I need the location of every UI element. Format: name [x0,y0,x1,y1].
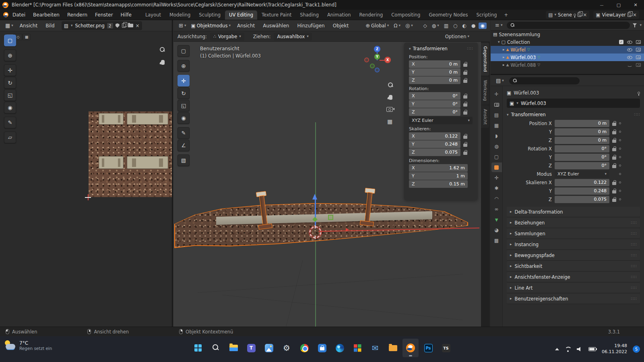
workspace-tab-animation[interactable]: Animation [323,10,355,20]
animate-dot[interactable] [619,165,621,167]
dimension-z-field[interactable]: Z0.15 m [409,180,468,188]
uv-2d-cursor[interactable] [85,194,91,200]
pan-hand-icon[interactable] [160,60,165,66]
lock-icon[interactable] [612,165,616,168]
axis-x-ball[interactable]: X [384,57,391,63]
scale-tool[interactable] [4,89,16,101]
cursor-tool[interactable] [4,49,16,61]
tab-render[interactable] [491,100,502,109]
tab-scene[interactable]: ◗ [491,131,502,141]
animate-dot[interactable] [619,122,621,124]
camera-view-icon[interactable] [386,107,393,112]
gizmo-z-arrowhead[interactable] [312,194,317,200]
image-users-badge[interactable]: 2 [107,23,113,29]
workspace-tab-uv-editing[interactable]: UV Editing [225,10,257,20]
expand-icon[interactable] [503,48,505,51]
workspace-tab-shading[interactable]: Shading [296,10,323,20]
new-image-icon[interactable] [122,23,126,28]
track-mesh-object[interactable] [174,194,468,249]
section-beziehungen[interactable]: Beziehungen [507,218,640,228]
tab-tool[interactable]: ✛ [491,89,502,99]
lock-icon[interactable] [612,156,616,160]
tab-object-data[interactable]: ▼ [491,215,502,224]
lock-icon[interactable] [612,131,616,134]
section-bewegungspfade[interactable]: Bewegungspfade [507,250,640,261]
sidebar-tab-gegenstand[interactable]: Gegenstand [481,43,489,76]
add-workspace-button[interactable]: + [502,10,511,20]
prop-rotation-y[interactable]: 0° [555,154,609,161]
menu-hilfe[interactable]: Hilfe [117,11,135,19]
shading-material-button[interactable] [469,23,477,29]
prop-scale-x[interactable]: 0.122 [555,179,609,186]
rotate-tool[interactable] [4,77,16,88]
section-sammlungen[interactable]: Sammlungen [507,228,640,239]
rotation-y-field[interactable]: Y0° [409,100,460,108]
lock-icon[interactable] [612,190,616,193]
settings-button[interactable] [279,339,295,357]
viewport-editor-type-button[interactable] [177,22,188,29]
scale-tool[interactable] [178,100,190,111]
rail-right[interactable] [356,187,381,231]
navigation-gizmo[interactable]: Z Y X [363,46,391,73]
tab-output[interactable]: ▤ [491,110,502,120]
prop-rotation-x[interactable]: 0° [555,145,609,152]
notification-badge[interactable]: 5 [633,346,640,353]
teams-button[interactable] [243,339,259,357]
uv-canvas[interactable]: · ◇ ▦ [0,31,172,327]
outliner-row-wuerfel-003[interactable]: Würfel.003 [491,53,644,61]
position-z-field[interactable]: Z0 m [409,76,460,84]
lock-icon[interactable] [463,144,467,147]
workspace-tab-geometry-nodes[interactable]: Geometry Nodes [425,10,472,20]
prop-position-z[interactable]: 0 m [555,137,609,144]
pin-icon[interactable] [638,92,640,94]
workspace-tab-sculpting[interactable]: Sculpting [195,10,225,20]
transform-tool[interactable] [4,102,16,113]
move-tool[interactable] [178,75,190,86]
tab-view-layer[interactable]: ▦ [491,121,502,130]
select-box-tool[interactable] [178,45,190,57]
animate-dot[interactable] [619,198,621,200]
animate-dot[interactable] [619,131,621,133]
folder-button[interactable] [385,339,401,357]
viewport-canvas[interactable]: Benutzeransicht (1) Collection | Würfel.… [173,42,490,327]
mail-button[interactable] [367,339,383,357]
transform-orientation-dropdown[interactable]: Global [363,22,391,29]
toggle-xray-button[interactable] [442,23,450,29]
expand-icon[interactable] [503,63,505,67]
uv-editor-type-button[interactable] [3,22,15,29]
position-x-field[interactable]: X0 m [409,60,460,68]
tab-physics[interactable]: ◠ [491,194,502,204]
animate-dot[interactable] [619,190,621,192]
gizmo-plane-handle[interactable] [328,215,333,220]
cursor-tool[interactable] [178,60,190,72]
remove-viewlayer-icon[interactable] [633,12,637,17]
outliner-row-wuerfel[interactable]: Würfel [491,46,644,53]
axis-x-neg-ball[interactable] [364,58,369,62]
object-name-field[interactable]: Würfel.003 [507,99,640,108]
rip-region-tool[interactable] [4,132,16,143]
select-box-tool[interactable] [4,35,16,46]
lock-icon[interactable] [612,182,616,185]
animate-dot[interactable] [619,156,621,158]
annotate-tool[interactable] [178,127,190,139]
annotate-tool[interactable] [4,117,16,128]
zoom-icon[interactable] [159,47,165,53]
tab-object[interactable] [491,162,502,172]
viewlayer-selector[interactable]: ViewLayer [593,11,639,19]
position-y-field[interactable]: Y0 m [409,68,460,76]
hide-eye-icon[interactable] [627,47,632,52]
axis-z-neg-ball[interactable] [375,68,380,72]
hidden-eye-icon[interactable] [627,63,632,67]
expand-icon[interactable] [498,40,500,44]
office-button[interactable] [349,339,365,357]
uv-face-select-button[interactable]: ▦ [23,34,31,40]
workspace-tab-texture-paint[interactable]: Texture Paint [258,10,295,20]
disable-render-icon[interactable] [636,63,641,67]
unlink-scene-icon[interactable] [583,12,587,17]
train-simulator-button[interactable]: TS [438,339,454,357]
zoom-icon[interactable] [388,82,394,88]
animate-dot[interactable] [619,181,621,183]
lock-icon[interactable] [463,72,467,75]
chrome-button[interactable] [296,339,312,357]
prop-position-x[interactable]: 0 m [555,120,609,127]
